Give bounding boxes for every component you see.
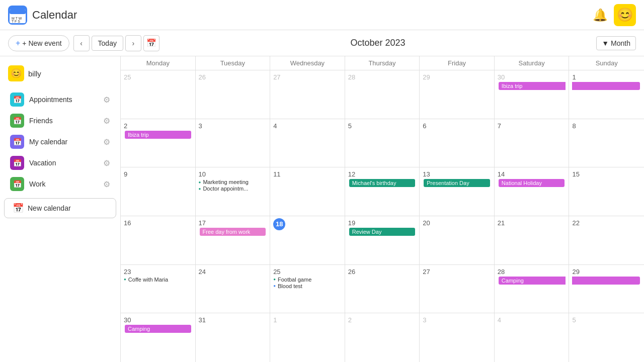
cell-nov5[interactable]: 5	[569, 313, 644, 362]
cell-oct9[interactable]: 9	[121, 167, 196, 216]
friends-label: Friends	[29, 117, 103, 125]
cell-oct30[interactable]: 30 Camping	[121, 313, 196, 362]
app-title: Calendar	[32, 9, 593, 22]
national-holiday[interactable]: National Holiday	[499, 179, 565, 187]
sidebar-item-friends[interactable]: 📅 Friends ⚙	[4, 111, 116, 131]
sidebar-item-appointments[interactable]: 📅 Appointments ⚙	[4, 89, 116, 110]
app-icon: M T W T F S	[8, 6, 27, 25]
camping-full30[interactable]: Camping	[125, 325, 191, 333]
cell-nov3[interactable]: 3	[420, 313, 495, 362]
cell-oct17[interactable]: 17 Free day from work	[196, 216, 271, 264]
cell-oct15[interactable]: 15	[569, 167, 644, 216]
cell-oct27[interactable]: 27	[420, 265, 495, 313]
appointments-label: Appointments	[29, 96, 103, 104]
cell-oct8[interactable]: 8	[569, 119, 644, 167]
cal-week-4: 16 17 Free day from work 18 19 Review Da…	[121, 216, 644, 265]
cell-oct31[interactable]: 31	[196, 313, 271, 362]
month-btn-label: Month	[611, 39, 630, 47]
ibiza-trip-start[interactable]: Ibiza trip	[499, 82, 566, 90]
svg-rect-2	[10, 10, 26, 14]
svg-text:T F S: T F S	[12, 20, 20, 23]
cell-oct24[interactable]: 24	[196, 265, 271, 313]
presentation-day[interactable]: Presentation Day	[424, 179, 490, 187]
cell-oct28[interactable]: 28 Camping	[495, 265, 570, 313]
doctor-appointment[interactable]: Doctor appointm...	[199, 186, 267, 192]
cell-oct11[interactable]: 11	[270, 167, 345, 216]
cell-oct19[interactable]: 19 Review Day	[345, 216, 420, 264]
cell-oct4[interactable]: 4	[270, 119, 345, 167]
cell-oct1[interactable]: 1	[569, 70, 644, 119]
new-calendar-plus-icon: 📅	[13, 203, 24, 214]
cell-sep30[interactable]: 30 Ibiza trip	[495, 70, 570, 119]
my-calendar-label: My calendar	[29, 138, 103, 146]
work-gear-icon[interactable]: ⚙	[103, 179, 110, 189]
cell-sep26[interactable]: 26	[196, 70, 271, 119]
header-tuesday: Tuesday	[196, 56, 271, 70]
cell-oct22[interactable]: 22	[569, 216, 644, 264]
michaels-birthday[interactable]: Michael's birthday	[349, 179, 416, 187]
friends-gear-icon[interactable]: ⚙	[103, 116, 110, 126]
appointments-gear-icon[interactable]: ⚙	[103, 95, 110, 105]
new-event-button[interactable]: + + New event	[8, 35, 69, 51]
month-view-button[interactable]: ▼ Month	[596, 36, 636, 50]
cell-oct21[interactable]: 21	[495, 216, 570, 264]
cell-sep29[interactable]: 29	[420, 70, 495, 119]
cell-oct20[interactable]: 20	[420, 216, 495, 264]
cell-sep28[interactable]: 28	[345, 70, 420, 119]
my-calendar-gear-icon[interactable]: ⚙	[103, 137, 110, 147]
user-smiley: 😊	[8, 65, 24, 81]
cell-nov2[interactable]: 2	[345, 313, 420, 362]
coffe-with-maria[interactable]: Coffe with Maria	[124, 277, 192, 283]
header-sunday: Sunday	[569, 56, 644, 70]
cell-nov1[interactable]: 1	[270, 313, 345, 362]
ibiza-trip-full2[interactable]: Ibiza trip	[125, 131, 191, 139]
footbal-game[interactable]: Footbal game	[273, 277, 342, 283]
free-day-from-work[interactable]: Free day from work	[200, 228, 266, 236]
header-thursday: Thursday	[345, 56, 420, 70]
cell-oct16[interactable]: 16	[121, 216, 196, 264]
today-button[interactable]: Today	[92, 36, 123, 51]
vacation-label: Vacation	[29, 159, 103, 167]
cell-oct3[interactable]: 3	[196, 119, 271, 167]
cell-oct14[interactable]: 14 National Holiday	[495, 167, 570, 216]
svg-rect-3	[13, 8, 15, 12]
blood-test[interactable]: Blood test	[273, 283, 342, 289]
cell-oct23[interactable]: 23 Coffe with Maria	[121, 265, 196, 313]
cell-oct12[interactable]: 12 Michael's birthday	[345, 167, 420, 216]
vacation-color: 📅	[10, 156, 24, 170]
review-day[interactable]: Review Day	[349, 228, 416, 236]
camping-cont29[interactable]	[572, 277, 640, 285]
cell-oct7[interactable]: 7	[495, 119, 570, 167]
cal-week-3: 9 10 Marketing meeting Doctor appointm..…	[121, 167, 644, 216]
cell-oct25[interactable]: 25 Footbal game Blood test	[270, 265, 345, 313]
cell-nov4[interactable]: 4	[495, 313, 570, 362]
sidebar-item-work[interactable]: 📅 Work ⚙	[4, 174, 116, 194]
cell-oct26[interactable]: 26	[345, 265, 420, 313]
cell-oct18[interactable]: 18	[270, 216, 345, 264]
my-calendar-icon: 📅	[13, 138, 22, 146]
sidebar-item-my-calendar[interactable]: 📅 My calendar ⚙	[4, 132, 116, 152]
friends-color: 📅	[10, 114, 24, 128]
cell-oct10[interactable]: 10 Marketing meeting Doctor appointm...	[196, 167, 271, 216]
ibiza-trip-cont1[interactable]	[572, 82, 640, 90]
cell-sep25[interactable]: 25	[121, 70, 196, 119]
cal-week-1: 25 26 27 28 29 30 Ibiza trip 1	[121, 70, 644, 119]
cell-oct5[interactable]: 5	[345, 119, 420, 167]
cell-oct29[interactable]: 29	[569, 265, 644, 313]
sidebar-item-vacation[interactable]: 📅 Vacation ⚙	[4, 153, 116, 173]
cell-sep27[interactable]: 27	[270, 70, 345, 119]
vacation-gear-icon[interactable]: ⚙	[103, 158, 110, 168]
new-calendar-button[interactable]: 📅 New calendar	[4, 198, 116, 218]
marketing-meeting[interactable]: Marketing meeting	[199, 179, 267, 185]
bell-icon[interactable]: 🔔	[593, 8, 608, 22]
camping-start[interactable]: Camping	[499, 277, 566, 285]
calendar-icon-button[interactable]: 📅	[143, 35, 159, 51]
next-button[interactable]: ›	[125, 35, 141, 51]
prev-button[interactable]: ‹	[73, 35, 90, 51]
day-headers: Monday Tuesday Wednesday Thursday Friday…	[121, 56, 644, 70]
cell-oct2[interactable]: 2 Ibiza trip	[121, 119, 196, 167]
cell-oct6[interactable]: 6	[420, 119, 495, 167]
cal-week-6: 30 Camping 31 1 2 3 4 5	[121, 313, 644, 362]
user-avatar: 😊	[614, 4, 636, 26]
cell-oct13[interactable]: 13 Presentation Day	[420, 167, 495, 216]
